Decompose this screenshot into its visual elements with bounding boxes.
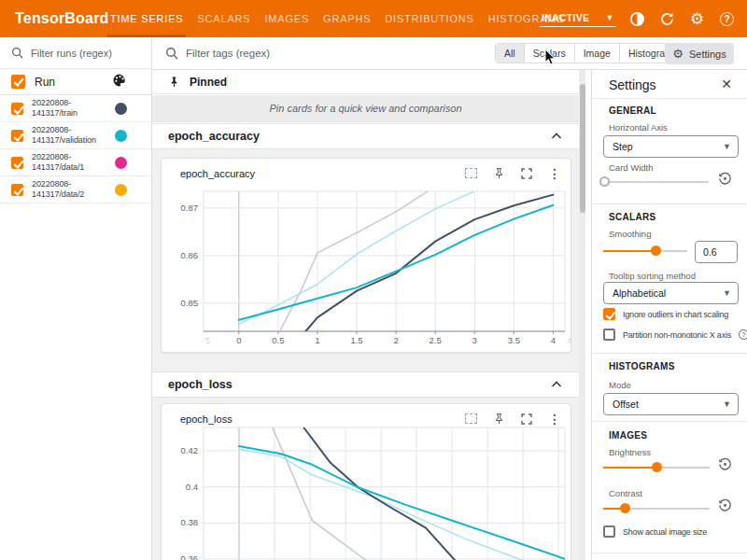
chevron-up-icon[interactable] — [551, 381, 562, 388]
smoothing-value-input[interactable] — [695, 241, 738, 263]
line-chart-epoch-accuracy[interactable]: 0.850.860.8700.511.522.533.5454 — [162, 159, 572, 357]
chevron-down-icon: ▼ — [723, 394, 731, 414]
pin-icon — [168, 76, 180, 88]
brightness-slider[interactable] — [603, 460, 710, 475]
histograms-heading: HISTOGRAMS — [609, 361, 675, 371]
run-color-dot[interactable] — [115, 130, 127, 142]
runs-sidebar: Filter runs (regex) Run 20220808-141317/… — [0, 37, 152, 560]
filter-image-button[interactable]: Image — [574, 44, 619, 63]
reset-icon[interactable] — [717, 456, 734, 473]
section-header-epoch-accuracy[interactable]: epoch_accuracy — [152, 123, 579, 149]
chevron-down-icon: ▼ — [605, 13, 614, 22]
tag-type-filter-group: All Scalars Image Histogram — [495, 43, 683, 63]
run-row-data-2[interactable]: 20220808-141317/data/2 — [0, 176, 151, 203]
tab-time-series[interactable]: TIME SERIES — [110, 0, 183, 37]
run-checkbox[interactable] — [11, 184, 23, 196]
fit-to-domain-icon[interactable] — [465, 168, 477, 178]
scalars-heading: SCALARS — [609, 212, 655, 222]
run-row-validation[interactable]: 20220808-141317/validation — [0, 122, 151, 149]
runs-table-header: Run — [0, 69, 151, 95]
ignore-outliers-checkbox[interactable] — [603, 308, 615, 320]
svg-text:0.86: 0.86 — [181, 250, 199, 260]
help-icon[interactable]: ? — [739, 329, 747, 340]
pinned-section-header: Pinned — [152, 70, 579, 94]
svg-text:3: 3 — [472, 335, 477, 345]
slider-thumb[interactable] — [599, 176, 610, 187]
smoothing-label: Smoothing — [609, 229, 651, 239]
ignore-outliers-row[interactable]: Ignore outliers in chart scaling — [603, 308, 728, 320]
contrast-slider[interactable] — [603, 501, 710, 516]
tab-images[interactable]: IMAGES — [264, 0, 309, 37]
filter-tags-input[interactable]: Filter tags (regex) — [165, 37, 270, 69]
show-actual-image-size-row[interactable]: Show actual image size — [603, 525, 707, 538]
slider-thumb[interactable] — [651, 245, 661, 256]
search-icon — [165, 47, 178, 60]
chevron-down-icon: ▼ — [723, 136, 731, 157]
tooltip-sorting-label: Tooltip sorting method — [609, 271, 696, 281]
palette-icon[interactable] — [112, 73, 127, 91]
more-options-icon[interactable]: ⋮ — [548, 168, 561, 179]
filter-runs-input[interactable]: Filter runs (regex) — [0, 37, 151, 69]
run-checkbox[interactable] — [11, 103, 23, 115]
run-color-dot[interactable] — [115, 184, 127, 196]
tab-distributions[interactable]: DISTRIBUTIONS — [385, 0, 473, 37]
histogram-mode-select[interactable]: Offset ▼ — [603, 393, 739, 415]
run-color-dot[interactable] — [115, 103, 127, 115]
gear-icon[interactable]: ⚙ — [688, 10, 706, 28]
partition-x-axis-label: Partition non-monotonic X axis — [623, 330, 731, 340]
settings-panel: Settings ✕ GENERAL Horizontal Axis Step … — [591, 70, 747, 560]
reset-icon[interactable] — [717, 171, 734, 188]
more-options-icon[interactable]: ⋮ — [548, 413, 561, 425]
show-actual-image-size-checkbox[interactable] — [603, 525, 615, 538]
images-heading: IMAGES — [609, 430, 647, 441]
run-color-dot[interactable] — [115, 157, 127, 169]
run-label: 20220808-141317/train — [32, 98, 78, 119]
select-all-runs-checkbox[interactable] — [11, 75, 25, 89]
pin-icon[interactable] — [493, 413, 505, 425]
help-icon[interactable]: ? — [718, 10, 736, 28]
scrollbar-thumb[interactable] — [580, 84, 585, 213]
refresh-icon[interactable] — [658, 10, 676, 28]
close-icon[interactable]: ✕ — [721, 77, 732, 91]
section-header-epoch-loss[interactable]: epoch_loss — [152, 371, 579, 398]
fullscreen-icon[interactable] — [521, 413, 532, 425]
horizontal-axis-select[interactable]: Step ▼ — [603, 135, 739, 158]
svg-text:0.42: 0.42 — [181, 445, 199, 455]
card-width-slider[interactable] — [603, 175, 709, 189]
tab-graphs[interactable]: GRAPHS — [323, 0, 371, 37]
section-title: epoch_loss — [168, 378, 233, 391]
card-title: epoch_loss — [180, 413, 233, 425]
reset-icon[interactable] — [717, 497, 734, 514]
pinned-empty-hint: Pin cards for a quick view and compariso… — [152, 95, 579, 122]
svg-text:0.5: 0.5 — [272, 335, 284, 345]
filter-scalars-button[interactable]: Scalars — [524, 44, 574, 63]
tags-toolbar: Filter tags (regex) All Scalars Image Hi… — [152, 37, 747, 70]
run-checkbox[interactable] — [11, 130, 23, 142]
smoothing-slider[interactable] — [603, 244, 687, 259]
tab-scalars[interactable]: SCALARS — [197, 0, 250, 37]
fullscreen-icon[interactable] — [521, 168, 532, 179]
show-actual-image-size-label: Show actual image size — [623, 527, 707, 537]
pin-icon[interactable] — [493, 167, 505, 179]
svg-text:2: 2 — [393, 335, 398, 345]
svg-text:4: 4 — [567, 335, 571, 345]
run-checkbox[interactable] — [11, 157, 23, 169]
partition-x-axis-checkbox[interactable] — [603, 329, 615, 341]
run-row-train[interactable]: 20220808-141317/train — [0, 95, 151, 122]
settings-button[interactable]: ⚙ Settings — [665, 43, 734, 64]
svg-text:4: 4 — [551, 335, 556, 345]
reload-status-dropdown[interactable]: INACTIVE ▼ — [540, 11, 616, 27]
partition-x-axis-row[interactable]: Partition non-monotonic X axis ? — [603, 329, 747, 341]
slider-thumb[interactable] — [652, 462, 662, 472]
settings-button-label: Settings — [689, 49, 726, 60]
slider-thumb[interactable] — [620, 503, 630, 513]
chevron-up-icon[interactable] — [551, 133, 562, 140]
fit-to-domain-icon[interactable] — [465, 413, 477, 424]
search-icon — [11, 47, 23, 59]
theme-contrast-icon[interactable] — [628, 10, 646, 28]
filter-all-button[interactable]: All — [496, 44, 524, 63]
tooltip-sorting-select[interactable]: Alphabetical ▼ — [603, 282, 739, 304]
brightness-label: Brightness — [609, 447, 651, 457]
line-chart-epoch-loss[interactable]: 0.420.40.380.36 — [162, 404, 572, 560]
run-row-data-1[interactable]: 20220808-141317/data/1 — [0, 149, 151, 176]
